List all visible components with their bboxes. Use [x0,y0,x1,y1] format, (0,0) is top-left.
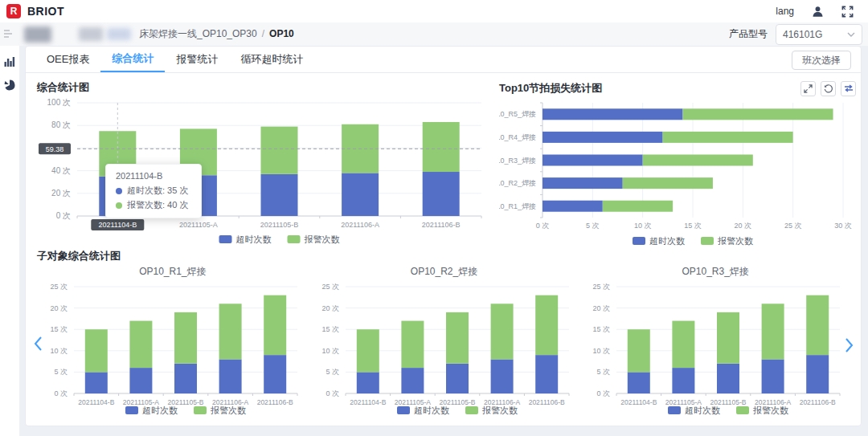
bar-segment[interactable] [806,295,829,355]
restore-icon[interactable] [821,81,836,96]
bar-segment[interactable] [542,108,683,120]
bar-segment[interactable] [401,368,424,393]
bar-segment[interactable] [542,155,643,166]
swap-icon[interactable] [841,81,856,96]
bar-segment[interactable] [663,132,793,143]
bar-segment[interactable] [806,355,829,393]
bar-segment[interactable] [401,321,424,369]
chevron-left-icon[interactable] [33,336,43,355]
main-stats-chart[interactable]: 0 次20 次40 次60 次80 次100 次20211104-B202111… [37,95,495,252]
breadcrumb-path[interactable]: 床架焊接一线_OP10_OP30 [139,28,257,39]
bar-segment[interactable] [628,372,650,393]
pie-chart-icon[interactable] [4,79,15,94]
bar-segment[interactable] [423,122,460,172]
bar-segment[interactable] [174,312,197,364]
bar-segment[interactable] [603,201,673,212]
fullscreen-icon[interactable] [841,6,854,18]
child-chart-r1[interactable]: 0 次5 次10 次15 次20 次25 次20211104-B20211105… [40,279,305,423]
bar-segment[interactable] [356,329,379,372]
bar-segment[interactable] [129,321,152,369]
legend-item[interactable]: 超时次数 [668,405,720,415]
bar-segment[interactable] [264,355,286,393]
user-icon[interactable] [812,6,824,18]
chevron-right-icon[interactable] [845,337,854,357]
legend-item[interactable]: 报警次数 [288,234,340,244]
svg-text:20 次: 20 次 [321,304,339,312]
sub3-canvas[interactable]: 0 次5 次10 次15 次20 次25 次20211104-B20211105… [583,279,848,420]
child-chart-r3[interactable]: 0 次5 次10 次15 次20 次25 次20211104-B20211105… [583,279,848,423]
sub1-canvas[interactable]: 0 次5 次10 次15 次20 次25 次20211104-B20211105… [40,279,305,420]
svg-text:15 次: 15 次 [321,325,339,333]
bar-segment[interactable] [174,364,197,393]
language-switch[interactable]: lang [776,6,794,17]
legend-item[interactable]: 超时次数 [125,405,178,415]
bar-segment[interactable] [261,127,298,174]
legend-item[interactable]: 报警次数 [701,236,753,246]
legend-item[interactable]: 超时次数 [633,236,685,246]
svg-text:20211106-B: 20211106-B [528,398,564,406]
bar-segment[interactable] [673,321,695,369]
bar-segment[interactable] [542,201,603,212]
bar-segment[interactable] [717,364,739,393]
redacted-blob [107,28,131,40]
product-model-select[interactable]: 416101G [776,24,862,45]
bar-segment[interactable] [542,132,663,143]
legend-item[interactable]: 报警次数 [465,405,518,415]
bar-segment[interactable] [356,372,379,393]
collapse-menu-icon[interactable] [3,27,14,42]
bar-segment[interactable] [129,368,152,393]
top10-canvas[interactable]: 0 次5 次10 次15 次20 次25 次30 次OP10_R5_焊接OP10… [499,96,853,251]
child-chart-r2[interactable]: 0 次5 次10 次15 次20 次25 次20211104-B20211105… [312,279,577,423]
expand-icon[interactable] [800,81,816,96]
bar-segment[interactable] [717,312,739,364]
legend-item[interactable]: 报警次数 [194,405,246,415]
bar-segment[interactable] [623,177,713,189]
bar-segment[interactable] [535,355,558,393]
bar-segment[interactable] [261,174,298,216]
sub2-canvas[interactable]: 0 次5 次10 次15 次20 次25 次20211104-B20211105… [312,279,577,420]
top10-loss-chart[interactable]: 0 次5 次10 次15 次20 次25 次30 次OP10_R5_焊接OP10… [499,96,856,254]
bar-segment[interactable] [762,359,784,393]
bar-segment[interactable] [762,304,784,359]
svg-text:10 次: 10 次 [50,347,68,355]
bar-segment[interactable] [85,329,108,372]
child-chart-title: OP10_R3_焊接 [682,265,748,279]
bar-segment[interactable] [535,295,558,355]
bar-segment[interactable] [542,177,623,189]
svg-text:20211106-B: 20211106-B [256,398,293,406]
bar-segment[interactable] [180,128,217,175]
main-canvas[interactable]: 0 次20 次40 次60 次80 次100 次20211104-B202111… [37,95,491,249]
bar-segment[interactable] [85,372,108,393]
tab-cycle-timeout-stats[interactable]: 循环超时统计 [229,47,314,72]
bar-segment[interactable] [219,304,241,359]
bar-segment[interactable] [446,312,469,364]
bar-segment[interactable] [643,155,753,166]
tab-comprehensive-stats[interactable]: 综合统计 [100,47,165,72]
bar-segment[interactable] [342,173,379,216]
bar-segment[interactable] [683,108,833,120]
svg-text:5 次: 5 次 [54,368,68,376]
shift-select-button[interactable]: 班次选择 [792,51,851,70]
bar-segment[interactable] [628,329,650,372]
tab-bar: OEE报表 综合统计 报警统计 循环超时统计 班次选择 [26,47,861,73]
legend-item[interactable]: 超时次数 [219,234,272,244]
bar-segment[interactable] [490,359,513,393]
tab-oee-report[interactable]: OEE报表 [35,47,100,72]
bar-segment[interactable] [180,175,217,216]
svg-text:20211104-B: 20211104-B [98,221,137,229]
bar-segment[interactable] [673,368,695,393]
redacted-blob [24,26,51,43]
legend-item[interactable]: 超时次数 [397,405,449,415]
bar-chart-icon[interactable] [4,55,15,70]
bar-segment[interactable] [446,364,469,393]
svg-text:20 次: 20 次 [51,189,71,198]
bar-segment[interactable] [423,172,460,216]
bar-segment[interactable] [264,295,286,355]
bar-segment[interactable] [490,304,513,359]
tab-alarm-stats[interactable]: 报警统计 [165,47,229,72]
product-model-value: 416101G [783,29,822,40]
svg-text:0 次: 0 次 [54,389,68,397]
bar-segment[interactable] [219,359,241,393]
legend-item[interactable]: 报警次数 [736,405,788,415]
svg-text:OP10_R1_焊接: OP10_R1_焊接 [499,202,536,210]
